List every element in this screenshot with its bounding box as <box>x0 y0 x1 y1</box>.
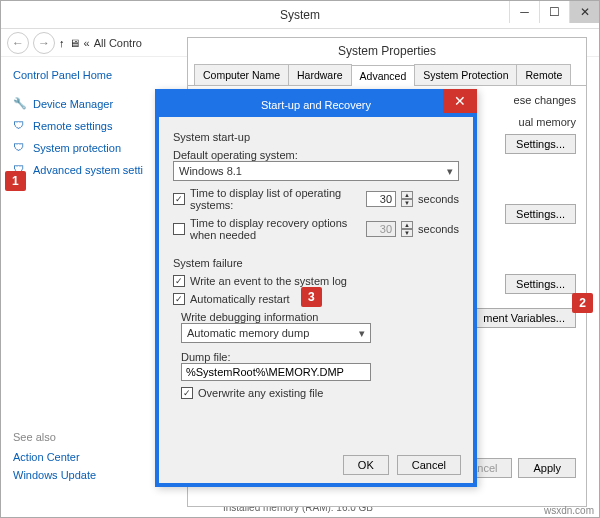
time-recovery-label: Time to display recovery options when ne… <box>190 217 361 241</box>
default-os-label: Default operating system: <box>173 149 459 161</box>
tab-advanced[interactable]: Advanced <box>351 65 416 86</box>
dump-file-input[interactable] <box>181 363 371 381</box>
time-list-row: ✓ Time to display list of operating syst… <box>173 187 459 211</box>
dialog-title: Start-up and Recovery ✕ <box>159 93 473 117</box>
time-recovery-checkbox[interactable] <box>173 223 185 235</box>
system-window: System ─ ☐ ✕ ← → ↑ 🖥 « All Contro Contro… <box>0 0 600 518</box>
callout-badge-3: 3 <box>301 287 322 307</box>
window-buttons: ─ ☐ ✕ <box>509 1 599 23</box>
bc-sep: « <box>84 37 90 49</box>
tab-computer-name[interactable]: Computer Name <box>194 64 289 85</box>
overwrite-label: Overwrite any existing file <box>198 387 323 399</box>
time-recovery-spinner: ▲▼ <box>401 221 413 237</box>
sidebar-item-label: System protection <box>33 142 121 154</box>
debug-section: Write debugging information Automatic me… <box>181 311 459 399</box>
system-properties-title: System Properties <box>188 38 586 64</box>
breadcrumb[interactable]: 🖥 « All Contro <box>69 37 142 49</box>
time-list-checkbox[interactable]: ✓ <box>173 193 185 205</box>
write-event-label: Write an event to the system log <box>190 275 347 287</box>
dialog-ok-button[interactable]: OK <box>343 455 389 475</box>
dialog-footer: OK Cancel <box>343 455 461 475</box>
back-button[interactable]: ← <box>7 32 29 54</box>
system-protection-icon: 🛡 <box>13 141 27 155</box>
tab-system-protection[interactable]: System Protection <box>414 64 517 85</box>
apply-button[interactable]: Apply <box>518 458 576 478</box>
watermark: wsxdn.com <box>544 505 594 516</box>
computer-icon: 🖥 <box>69 37 80 49</box>
callout-badge-1: 1 <box>5 171 26 191</box>
default-os-value: Windows 8.1 <box>179 165 242 177</box>
dialog-title-text: Start-up and Recovery <box>261 99 371 111</box>
dialog-body: System start-up Default operating system… <box>159 117 473 415</box>
tabs: Computer Name Hardware Advanced System P… <box>188 64 586 86</box>
default-os-combo[interactable]: Windows 8.1 <box>173 161 459 181</box>
system-failure-label: System failure <box>173 257 459 269</box>
window-title: System <box>280 8 320 22</box>
auto-restart-label: Automatically restart <box>190 293 290 305</box>
sidebar-item-system-protection[interactable]: 🛡 System protection <box>13 141 169 155</box>
time-list-spinner[interactable]: ▲▼ <box>401 191 413 207</box>
write-event-row: ✓ Write an event to the system log <box>173 275 459 287</box>
write-debug-label: Write debugging information <box>181 311 459 323</box>
dialog-close-button[interactable]: ✕ <box>443 89 477 113</box>
sidebar-item-label: Device Manager <box>33 98 113 110</box>
forward-button[interactable]: → <box>33 32 55 54</box>
sidebar-item-label: Advanced system setti <box>33 164 143 176</box>
see-also: See also Action Center Windows Update <box>13 431 96 487</box>
tab-hardware[interactable]: Hardware <box>288 64 352 85</box>
device-manager-icon: 🔧 <box>13 97 27 111</box>
titlebar: System ─ ☐ ✕ <box>1 1 599 29</box>
time-recovery-value: 30 <box>366 221 396 237</box>
see-also-header: See also <box>13 431 96 443</box>
debug-combo[interactable]: Automatic memory dump <box>181 323 371 343</box>
up-arrow-icon[interactable]: ↑ <box>59 37 65 49</box>
tab-remote[interactable]: Remote <box>516 64 571 85</box>
sidebar-item-label: Remote settings <box>33 120 112 132</box>
sidebar-item-device-manager[interactable]: 🔧 Device Manager <box>13 97 169 111</box>
maximize-button[interactable]: ☐ <box>539 1 569 23</box>
startup-settings-button[interactable]: Settings... <box>505 274 576 294</box>
seconds-label: seconds <box>418 193 459 205</box>
auto-restart-checkbox[interactable]: ✓ <box>173 293 185 305</box>
sidebar: Control Panel Home 🔧 Device Manager 🛡 Re… <box>1 59 181 195</box>
debug-value: Automatic memory dump <box>187 327 309 339</box>
system-startup-label: System start-up <box>173 131 459 143</box>
write-event-checkbox[interactable]: ✓ <box>173 275 185 287</box>
remote-settings-icon: 🛡 <box>13 119 27 133</box>
control-panel-home[interactable]: Control Panel Home <box>13 69 169 81</box>
time-list-label: Time to display list of operating system… <box>190 187 361 211</box>
system-failure-group: System failure ✓ Write an event to the s… <box>173 257 459 399</box>
breadcrumb-text: All Contro <box>94 37 142 49</box>
time-list-value[interactable]: 30 <box>366 191 396 207</box>
see-also-windows-update[interactable]: Windows Update <box>13 469 96 481</box>
see-also-action-center[interactable]: Action Center <box>13 451 96 463</box>
performance-settings-button[interactable]: Settings... <box>505 134 576 154</box>
seconds-label2: seconds <box>418 223 459 235</box>
user-profiles-settings-button[interactable]: Settings... <box>505 204 576 224</box>
close-button[interactable]: ✕ <box>569 1 599 23</box>
sidebar-item-remote-settings[interactable]: 🛡 Remote settings <box>13 119 169 133</box>
dialog-cancel-button[interactable]: Cancel <box>397 455 461 475</box>
overwrite-checkbox[interactable]: ✓ <box>181 387 193 399</box>
minimize-button[interactable]: ─ <box>509 1 539 23</box>
sidebar-item-advanced-settings[interactable]: 🛡 Advanced system setti <box>13 163 169 177</box>
callout-badge-2: 2 <box>572 293 593 313</box>
time-recovery-row: Time to display recovery options when ne… <box>173 217 459 241</box>
dump-file-label: Dump file: <box>181 351 459 363</box>
overwrite-row: ✓ Overwrite any existing file <box>181 387 459 399</box>
environment-variables-button[interactable]: ment Variables... <box>472 308 576 328</box>
